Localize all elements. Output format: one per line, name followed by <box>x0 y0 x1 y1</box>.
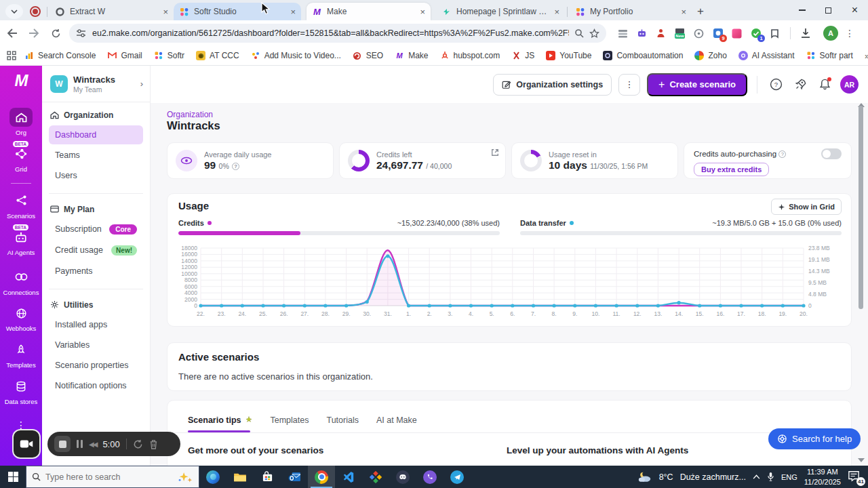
rail-item-templates[interactable]: Templates <box>0 340 42 369</box>
rewind-icon[interactable]: ◀◀ <box>89 441 96 448</box>
bookmark-seo[interactable]: SEO <box>353 51 383 60</box>
restart-icon[interactable] <box>133 439 143 449</box>
tab-search-chevron-button[interactable] <box>5 4 23 19</box>
bookmark-zoho[interactable]: Zoho <box>694 51 726 60</box>
window-minimize-button[interactable] <box>789 0 815 20</box>
tab-close-icon[interactable]: × <box>290 7 296 16</box>
bookmark-apps-icon[interactable] <box>7 51 16 60</box>
taskbar-search[interactable] <box>26 466 199 488</box>
taskbar-vscode-icon[interactable] <box>335 466 362 488</box>
tab-close-icon[interactable]: × <box>163 7 168 16</box>
screen-recorder-button[interactable] <box>12 429 41 459</box>
taskbar-explorer-icon[interactable] <box>226 466 254 488</box>
bookmark-hubspot[interactable]: hubspot.com <box>440 51 500 60</box>
bookmark-ai-assistant[interactable]: AI Assistant <box>738 51 795 60</box>
buy-extra-credits-button[interactable]: Buy extra credits <box>694 163 769 176</box>
taskbar-discord-icon[interactable] <box>389 466 416 488</box>
rail-item-grid[interactable]: BETA Grid <box>0 144 42 174</box>
address-bar[interactable]: eu2.make.com/organization/5612725/dashbo… <box>69 24 606 43</box>
scrollbar-down-arrow[interactable] <box>858 458 865 462</box>
auto-purchasing-toggle[interactable] <box>821 148 842 159</box>
tab-close-icon[interactable]: × <box>554 7 559 16</box>
tab-close-icon[interactable]: × <box>681 7 686 16</box>
organization-settings-button[interactable]: Organization settings <box>493 74 612 96</box>
help-icon[interactable]: ? <box>778 150 786 158</box>
rail-item-org[interactable]: Org <box>0 108 42 137</box>
language-indicator[interactable]: ENG <box>781 473 797 481</box>
tab-tutorials[interactable]: Tutorials <box>326 415 358 425</box>
forward-button[interactable] <box>24 24 43 43</box>
taskbar-clock[interactable]: 11:39 AM 11/20/2025 <box>804 467 841 487</box>
tab-my-portfolio[interactable]: My Portfolio × <box>570 3 692 20</box>
sidebar-item-scenario-properties[interactable]: Scenario properties <box>49 356 143 375</box>
rail-item-connections[interactable]: Connections <box>0 268 42 297</box>
tab-scenario-tips[interactable]: Scenario tips <box>188 415 253 425</box>
bookmarks-overflow-chevron[interactable]: » <box>865 51 868 61</box>
microphone-icon[interactable] <box>767 472 774 482</box>
taskbar-diamond-app-icon[interactable] <box>362 466 389 488</box>
tab-ai-at-make[interactable]: AI at Make <box>376 415 417 425</box>
sidebar-item-installed-apps[interactable]: Installed apps <box>49 315 143 334</box>
help-button[interactable]: ? <box>767 76 785 94</box>
sidebar-item-users[interactable]: Users <box>49 166 143 185</box>
header-kebab-button[interactable]: ⋮ <box>618 74 640 96</box>
bookmark-add-music[interactable]: Add Music to Video... <box>251 51 341 60</box>
site-settings-icon[interactable] <box>76 29 86 37</box>
new-tab-button[interactable]: + <box>692 3 709 20</box>
window-close-button[interactable]: × <box>842 0 868 20</box>
extension-green-icon[interactable]: 1 <box>750 28 762 39</box>
search-icon[interactable] <box>574 28 584 38</box>
bookmark-make[interactable]: MMake <box>395 51 428 60</box>
sidebar-item-notification-options[interactable]: Notification options <box>49 376 143 395</box>
trash-icon[interactable] <box>149 439 158 449</box>
extension-blue-icon[interactable]: 9 <box>712 28 724 39</box>
taskbar-store-icon[interactable] <box>254 466 281 488</box>
help-icon[interactable]: ? <box>232 163 239 170</box>
tab-sprintlaw[interactable]: Homepage | Sprintlaw NZ × <box>436 3 565 20</box>
bookmark-star-icon[interactable] <box>589 28 599 39</box>
bookmark-gmail[interactable]: Gmail <box>107 51 142 60</box>
extension-robot-icon[interactable] <box>636 28 648 39</box>
extension-new-icon[interactable]: New <box>674 28 686 39</box>
taskbar-chrome-icon[interactable] <box>308 466 335 488</box>
notifications-button[interactable] <box>816 76 833 94</box>
taskbar-outlook-icon[interactable] <box>281 466 308 488</box>
action-center-button[interactable]: 41 <box>848 470 863 484</box>
whats-new-button[interactable] <box>791 76 809 94</box>
extension-clipboard-icon[interactable] <box>769 28 781 39</box>
extension-pink-icon[interactable] <box>731 28 743 39</box>
bookmark-softr-part[interactable]: Softr part <box>806 51 853 60</box>
taskbar-telegram-icon[interactable] <box>443 466 471 488</box>
create-scenario-button[interactable]: + Create scenario <box>647 73 747 96</box>
taskbar-edge-icon[interactable] <box>199 466 226 488</box>
rail-item-ai-agents[interactable]: BETA AI Agents <box>0 228 42 257</box>
weather-temp[interactable]: 8°C <box>659 472 673 482</box>
reload-button[interactable] <box>46 24 65 43</box>
bookmark-comboautomation[interactable]: Comboautomation <box>603 51 683 60</box>
extension-person-icon[interactable] <box>655 28 667 39</box>
back-button[interactable] <box>3 24 22 43</box>
bookmark-search-console[interactable]: Search Console <box>24 51 96 60</box>
pause-button[interactable] <box>77 440 83 448</box>
make-logo[interactable]: M <box>0 71 42 90</box>
scrollbar-thumb[interactable] <box>859 106 863 309</box>
extension-stack-icon[interactable] <box>617 28 629 39</box>
rail-item-data-stores[interactable]: Data stores <box>0 377 42 406</box>
bookmark-youtube[interactable]: YouTube <box>546 51 591 60</box>
sidebar-item-teams[interactable]: Teams <box>49 146 143 165</box>
bookmark-js[interactable]: JS <box>511 51 534 60</box>
search-for-help-button[interactable]: Search for help <box>768 428 861 449</box>
external-link-icon[interactable] <box>491 148 499 157</box>
sidebar-item-subscription[interactable]: SubscriptionCore <box>49 220 143 239</box>
rail-item-scenarios[interactable]: Scenarios <box>0 191 42 220</box>
tab-extract-w[interactable]: Extract W × <box>50 3 174 20</box>
tab-softr-studio[interactable]: Softr Studio × <box>174 3 301 20</box>
browser-profile-avatar[interactable]: A <box>823 26 838 41</box>
weather-desc[interactable]: Duże zachmurz... <box>680 472 746 482</box>
tray-expand-chevron[interactable] <box>753 474 760 479</box>
extension-circle-icon[interactable] <box>693 28 705 39</box>
stop-recording-button[interactable] <box>54 436 71 452</box>
sidebar-item-credit-usage[interactable]: Credit usageNew! <box>49 241 143 260</box>
bookmark-softr[interactable]: Softr <box>154 51 184 60</box>
sidebar-item-dashboard[interactable]: Dashboard <box>49 125 143 144</box>
